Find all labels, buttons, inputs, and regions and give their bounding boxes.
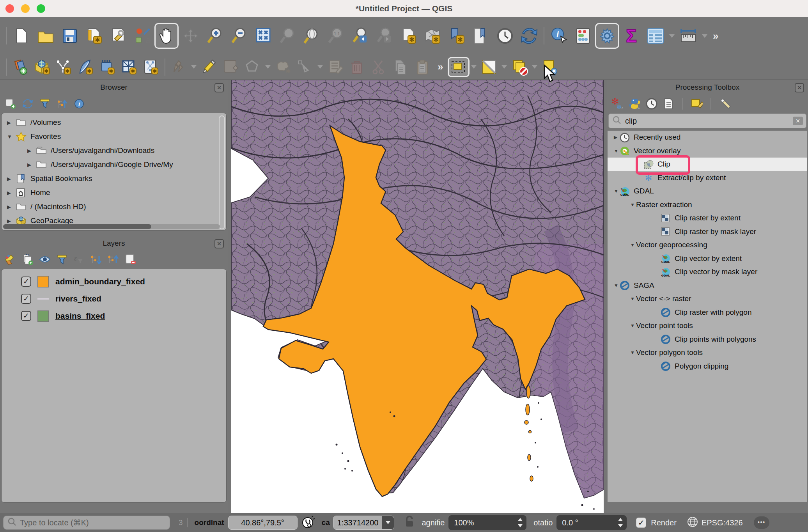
coordinate-input[interactable]: 40.86°,79.5° [228, 516, 298, 530]
rotation-up-icon[interactable] [618, 518, 623, 521]
tree-recently-used[interactable]: ▶ Recently used [608, 131, 807, 144]
remove-layer-button[interactable] [125, 254, 136, 266]
zoom-to-selection-button[interactable] [275, 23, 299, 49]
layer-checkbox[interactable]: ✓ [21, 294, 31, 304]
browser-item-favorites[interactable]: ▼ Favorites [2, 129, 226, 144]
locate-search-field[interactable]: Type to locate (⌘K) [3, 516, 170, 530]
expand-icon[interactable]: ▶ [7, 204, 13, 210]
tree-polygon-clipping[interactable]: Polygon clipping [608, 360, 807, 373]
toolbox-search[interactable]: clip ✕ [608, 113, 806, 128]
scale-lock-icon[interactable] [404, 515, 415, 530]
layer-styling-button[interactable] [5, 254, 16, 266]
add-group-button[interactable] [22, 254, 34, 266]
expand-all-button[interactable] [90, 254, 102, 266]
magnifier-down-icon[interactable] [518, 524, 523, 527]
toolbox-settings-wrench-button[interactable] [719, 98, 731, 110]
move-feature-button[interactable]: ✱ [272, 57, 294, 77]
tree-clip-vector-by-mask[interactable]: GDAL Clip vector by mask layer [608, 265, 807, 279]
expand-icon[interactable]: ▶ [7, 190, 13, 196]
show-layout-manager-button[interactable] [106, 23, 130, 49]
select-by-value-dropdown[interactable] [501, 65, 507, 69]
edit-in-place-button[interactable] [691, 98, 703, 110]
copy-features-button[interactable] [390, 57, 412, 77]
new-spatialite-layer-button[interactable]: ✱ [97, 57, 119, 77]
add-data-button[interactable]: ✱ [31, 57, 53, 77]
tree-vector-raster[interactable]: ▼ Vector <-> raster [608, 292, 807, 306]
browser-properties-button[interactable]: i [73, 98, 85, 110]
paste-features-button[interactable] [412, 57, 434, 77]
crs-globe-icon[interactable] [687, 516, 698, 529]
tree-clip-points-with-polygons[interactable]: Clip points with polygons [608, 333, 807, 346]
zoom-in-button[interactable] [203, 23, 227, 49]
zoom-out-button[interactable] [227, 23, 251, 49]
expand-icon[interactable]: ▶ [7, 176, 13, 182]
add-polygon-button[interactable] [242, 57, 264, 77]
identify-features-button[interactable]: i [547, 23, 571, 49]
messages-button[interactable]: ••• [754, 516, 769, 529]
current-edits-dropdown[interactable] [191, 65, 197, 69]
vertex-tool-button[interactable] [294, 57, 316, 77]
layer-row-rivers[interactable]: ✓ rivers_fixed [2, 290, 226, 307]
select-by-value-button[interactable] [478, 57, 500, 77]
tree-saga[interactable]: ▼ SAGA [608, 279, 807, 293]
browser-filter-button[interactable] [39, 98, 51, 110]
select-features-button[interactable] [448, 57, 470, 77]
tree-vector-polygon-tools[interactable]: ▼ Vector polygon tools [608, 346, 807, 360]
toolbox-close-icon[interactable]: ✕ [795, 83, 804, 92]
tree-clip-raster-with-polygon[interactable]: Clip raster with polygon [608, 306, 807, 319]
cut-features-button[interactable] [368, 57, 390, 77]
minimize-window-button[interactable] [21, 4, 30, 13]
tree-clip-vector-by-extent[interactable]: GDAL Clip vector by extent [608, 252, 807, 266]
current-edits-button[interactable] [168, 57, 190, 77]
measure-button[interactable] [676, 23, 700, 49]
results-viewer-button[interactable] [663, 98, 675, 110]
modify-attributes-button[interactable] [324, 57, 346, 77]
toolbox-search-input[interactable]: clip [625, 117, 793, 126]
browser-horizontal-scrollbar[interactable] [3, 224, 220, 229]
new-print-layout-button[interactable]: ✱ [82, 23, 106, 49]
scale-dropdown-icon[interactable] [382, 516, 394, 529]
new-shapefile-layer-button[interactable]: ✱ [53, 57, 75, 77]
browser-add-layer-button[interactable] [5, 98, 16, 110]
save-project-button[interactable] [58, 23, 82, 49]
browser-item-spatial-bookmarks[interactable]: ▶ Spatial Bookmarks [2, 172, 226, 186]
zoom-next-button[interactable] [372, 23, 396, 49]
browser-item-macintosh-hd[interactable]: ▶ / (Macintosh HD) [2, 200, 226, 214]
layer-checkbox[interactable]: ✓ [21, 311, 31, 321]
browser-item-home[interactable]: ▶ Home [2, 186, 226, 200]
browser-item-downloads[interactable]: ▶ /Users/ujavalgandhi/Downloads [2, 144, 226, 158]
crs-status[interactable]: EPSG:4326 [702, 518, 743, 527]
scale-combobox[interactable]: 1:33714200 [333, 516, 395, 530]
pan-to-selection-button[interactable] [179, 23, 203, 49]
expand-icon[interactable]: ▶ [7, 120, 13, 126]
sum-features-button[interactable]: Σ [619, 23, 643, 49]
processing-toolbox-button[interactable] [595, 23, 619, 49]
zoom-native-button[interactable]: 1:1 [324, 23, 348, 49]
data-source-manager-button[interactable] [9, 57, 31, 77]
vertex-tool-dropdown[interactable] [317, 65, 323, 69]
new-virtual-layer-button[interactable]: ✱ [119, 57, 140, 77]
browser-item-google-drive[interactable]: ▶ /Users/ujavalgandhi/Google Drive/My [2, 158, 226, 172]
expand-icon[interactable]: ▶ [7, 218, 13, 224]
open-project-button[interactable] [34, 23, 58, 49]
attribute-table-dropdown[interactable] [669, 34, 675, 38]
zoom-last-button[interactable] [348, 23, 372, 49]
tree-vector-point-tools[interactable]: ▼ Vector point tools [608, 319, 807, 333]
browser-collapse-all-button[interactable] [56, 98, 68, 110]
browser-vertical-scrollbar[interactable] [219, 115, 225, 229]
collapse-all-button[interactable] [108, 254, 119, 266]
tree-vector-geoprocessing[interactable]: ▼ Vector geoprocessing [608, 238, 807, 252]
map-canvas[interactable] [231, 80, 604, 513]
close-window-button[interactable] [5, 4, 14, 13]
search-clear-icon[interactable]: ✕ [793, 117, 803, 125]
layer-row-basins[interactable]: ✓ basins_fixed [2, 307, 226, 325]
measure-dropdown[interactable] [702, 34, 707, 38]
toolbar2-overflow-button[interactable]: » [438, 61, 442, 73]
new-3d-map-view-button[interactable]: ✱ [420, 23, 445, 49]
temporal-controller-button[interactable] [493, 23, 517, 49]
zoom-to-layer-button[interactable] [299, 23, 324, 49]
layer-checkbox[interactable]: ✓ [21, 277, 31, 287]
new-map-view-button[interactable]: ✱ [396, 23, 420, 49]
render-checkbox[interactable]: ✓ [636, 518, 646, 528]
layers-close-icon[interactable]: ✕ [214, 239, 224, 248]
